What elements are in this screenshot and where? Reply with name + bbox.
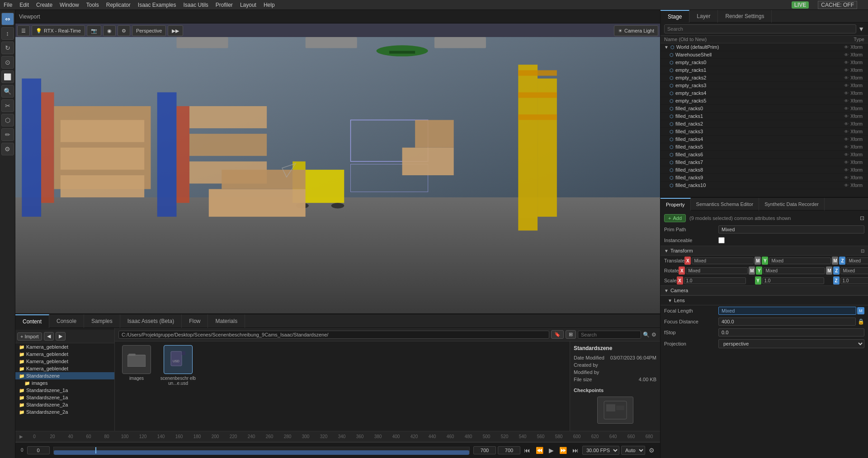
eye-icon[interactable]: 👁 [844, 129, 849, 134]
scale-x[interactable] [684, 277, 746, 284]
tree-kamera2[interactable]: 📁 Kamera_geblendet [15, 351, 114, 358]
eye-icon[interactable]: 👁 [844, 68, 849, 73]
timeline-first-btn[interactable]: ⏮ [522, 446, 532, 455]
expand-btn[interactable]: ▶▶ [168, 25, 183, 36]
stage-item-filled3[interactable]: ⬡ filled_racks3 👁 Xform [660, 128, 868, 136]
fstop-value[interactable] [718, 328, 864, 336]
tab-isaac-assets[interactable]: Isaac Assets (Beta) [120, 314, 182, 328]
tab-materials[interactable]: Materials [208, 314, 245, 328]
menu-window[interactable]: Window [60, 2, 79, 8]
menu-file[interactable]: File [4, 2, 12, 8]
stage-item-filled6[interactable]: ⬡ filled_racks6 👁 Xform [660, 151, 868, 159]
live-badge[interactable]: LIVE [792, 1, 809, 9]
menu-profiler[interactable]: Profiler [216, 2, 233, 8]
stage-item-filled9[interactable]: ⬡ filled_racks9 👁 Xform [660, 174, 868, 182]
tree-sz1a-a[interactable]: 📁 Standardszene_1a [15, 387, 114, 394]
eye-icon[interactable]: 👁 [844, 168, 849, 173]
rotate-z[interactable] [840, 267, 868, 274]
tool-zoom[interactable]: 🔍 [1, 85, 14, 98]
projection-select[interactable]: perspective [718, 339, 864, 348]
lock-icon[interactable]: 🔒 [858, 318, 864, 325]
file-item-usd[interactable]: USD scenenbeschr elbun...e.usd [160, 345, 196, 386]
add-prop-btn[interactable]: + Add [664, 214, 686, 222]
translate-z[interactable] [846, 257, 868, 264]
tree-sz2a-b[interactable]: 📁 Standardszene_2a [15, 408, 114, 416]
stage-item-filled0[interactable]: ⬡ filled_racks0 👁 Xform [660, 105, 868, 112]
stage-item-filled4[interactable]: ⬡ filled_racks4 👁 Xform [660, 136, 868, 143]
stage-item-filled7[interactable]: ⬡ filled_racks7 👁 Xform [660, 159, 868, 166]
translate-x[interactable] [692, 257, 754, 264]
tool-move[interactable]: ↕ [1, 27, 14, 40]
tool-mesh[interactable]: ⬡ [1, 114, 14, 126]
focal-length-value[interactable] [718, 307, 856, 315]
eye-icon[interactable]: 👁 [844, 60, 849, 65]
eye-icon[interactable]: 👁 [844, 52, 849, 57]
stage-item-filled8[interactable]: ⬡ filled_racks8 👁 Xform [660, 166, 868, 174]
timeline-next-btn[interactable]: ⏩ [557, 446, 569, 455]
eye-icon[interactable]: 👁 [844, 175, 849, 180]
timeline-current-field[interactable] [498, 446, 520, 454]
stage-item-filled2[interactable]: ⬡ filled_racks2 👁 Xform [660, 120, 868, 128]
tool-select[interactable]: ⇔ [1, 13, 14, 25]
timeline-last-btn[interactable]: ⏭ [571, 446, 580, 455]
eye-icon[interactable]: 👁 [844, 160, 849, 165]
tool-cut[interactable]: ✂ [1, 99, 14, 112]
timeline-start-field[interactable] [27, 446, 50, 454]
transform-section-header[interactable]: ▼ Transform ⊡ [660, 246, 868, 256]
viewport-settings-btn[interactable]: ⚙ [118, 25, 130, 36]
import-btn[interactable]: + Import [17, 332, 42, 341]
eye-icon[interactable]: 👁 [844, 122, 849, 126]
stage-item-empty5[interactable]: ⬡ empty_racks5 👁 Xform [660, 97, 868, 105]
tab-layer[interactable]: Layer [689, 10, 718, 23]
stage-item-empty1[interactable]: ⬡ empty_racks1 👁 Xform [660, 66, 868, 74]
menu-layout[interactable]: Layout [240, 2, 256, 8]
search-input[interactable] [578, 331, 641, 339]
viewport[interactable]: ☰ 💡 RTX - Real-Time 📷 ◉ ⚙ Perspective ▶▶… [15, 23, 660, 313]
tree-standardszene[interactable]: 📁 Standardszene [15, 372, 114, 379]
tab-content[interactable]: Content [15, 314, 49, 328]
eye-icon[interactable]: 👁 [844, 145, 849, 150]
tab-render-settings[interactable]: Render Settings [718, 10, 772, 23]
eye-icon[interactable]: 👁 [844, 83, 849, 88]
eye-icon[interactable]: 👁 [844, 137, 849, 142]
focus-distance-value[interactable] [718, 318, 856, 326]
tool-settings[interactable]: ⚙ [1, 143, 14, 155]
stage-filter-btn[interactable]: ▼ [858, 25, 864, 33]
ptab-synthetic[interactable]: Synthetic Data Recorder [759, 198, 825, 210]
timeline-prev-btn[interactable]: ⏪ [534, 446, 545, 455]
file-item-images[interactable]: images [118, 345, 155, 381]
rotate-y[interactable] [763, 267, 825, 274]
instanceable-check[interactable] [718, 237, 725, 243]
tab-flow[interactable]: Flow [182, 314, 208, 328]
render-btn[interactable]: ◉ [103, 25, 116, 36]
eye-icon[interactable]: 👁 [844, 91, 849, 96]
menu-replicator[interactable]: Replicator [106, 2, 131, 8]
rotate-x[interactable] [686, 267, 748, 274]
tab-console[interactable]: Console [49, 314, 84, 328]
tool-rotate[interactable]: ↻ [1, 42, 14, 54]
eye-icon[interactable]: 👁 [844, 114, 849, 119]
camera-light-btn[interactable]: ☀ Camera Light [614, 25, 658, 36]
stage-item-filled5[interactable]: ⬡ filled_racks5 👁 Xform [660, 143, 868, 151]
tree-sz2a-a[interactable]: 📁 Standardszene_2a [15, 401, 114, 408]
expand-prop-btn[interactable]: ⊡ [860, 215, 864, 221]
tree-images[interactable]: 📁 images [15, 379, 114, 387]
eye-icon[interactable]: 👁 [844, 45, 849, 50]
stage-item-empty4[interactable]: ⬡ empty_racks4 👁 Xform [660, 89, 868, 97]
perspective-btn[interactable]: Perspective [132, 25, 166, 36]
ptab-property[interactable]: Property [660, 198, 691, 210]
stage-search-input[interactable] [664, 24, 856, 33]
nav-fwd-btn[interactable]: ▶ [56, 332, 66, 341]
scale-z[interactable] [840, 277, 868, 284]
stage-item-empty3[interactable]: ⬡ empty_racks3 👁 Xform [660, 82, 868, 89]
lens-section-header[interactable]: ▼ Lens [660, 295, 868, 305]
eye-icon[interactable]: 👁 [844, 98, 849, 103]
menu-tools[interactable]: Tools [86, 2, 99, 8]
menu-create[interactable]: Create [36, 2, 52, 8]
tree-kamera3[interactable]: 📁 Kamera_geblendet [15, 358, 114, 365]
auto-select[interactable]: Auto [621, 446, 645, 455]
timeline-track[interactable] [53, 447, 470, 454]
timeline-end-field[interactable] [473, 446, 496, 454]
nav-back-btn[interactable]: ◀ [44, 332, 54, 341]
scale-y[interactable] [762, 277, 824, 284]
